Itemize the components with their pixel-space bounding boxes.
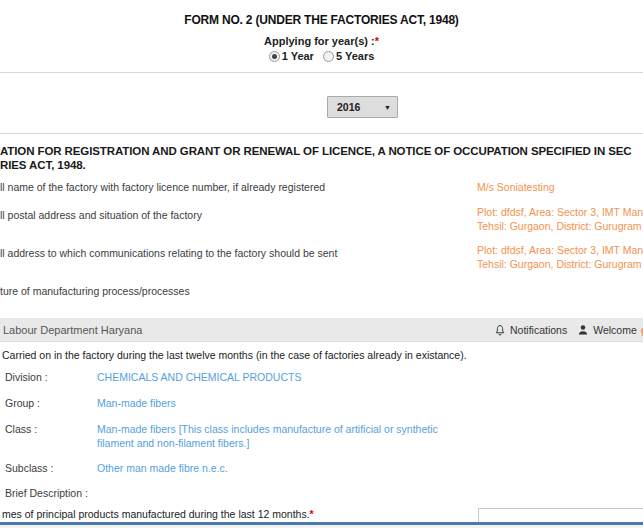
class-label: Class : xyxy=(5,423,37,435)
manufacturing-process-label: ture of manufacturing process/processes xyxy=(0,285,190,297)
navbar: Labour Department Haryana Notifications … xyxy=(0,318,643,342)
applying-label-text: Applying for year(s) : xyxy=(264,35,375,47)
radio-1-year-icon[interactable] xyxy=(269,51,280,62)
user-icon xyxy=(577,324,589,336)
radio-5-years-icon[interactable] xyxy=(323,51,334,62)
year-select[interactable]: 2016 ▼ xyxy=(327,96,398,118)
notice-heading-line2: RIES ACT, 1948. xyxy=(0,159,86,171)
required-asterisk: * xyxy=(375,35,379,47)
division-value[interactable]: CHEMICALS AND CHEMICAL PRODUCTS xyxy=(97,371,301,385)
chevron-down-icon: ▼ xyxy=(384,104,391,111)
navbar-right: Notifications Welcome gupt xyxy=(494,318,643,342)
postal-address-value: Plot: dfdsf, Area: Sector 3, IMT Mane Te… xyxy=(477,206,643,233)
radio-5-years-label: 5 Years xyxy=(336,50,374,62)
postal-address-value-line1: Plot: dfdsf, Area: Sector 3, IMT Mane xyxy=(477,206,643,220)
division-label: Division : xyxy=(5,371,48,383)
radio-option-1-year[interactable]: 1 Year xyxy=(269,50,314,62)
subclass-label: Subclass : xyxy=(5,462,53,474)
group-label: Group : xyxy=(5,397,40,409)
subclass-value[interactable]: Other man made fibre n.e.c. xyxy=(97,462,228,476)
postal-address-label: ll postal address and situation of the f… xyxy=(0,209,202,221)
form2-page: FORM NO. 2 (UNDER THE FACTORIES ACT, 194… xyxy=(0,0,643,528)
notice-heading-line1: ATION FOR REGISTRATION AND GRANT OR RENE… xyxy=(0,145,632,157)
required-asterisk-bottom: * xyxy=(310,508,314,520)
welcome-label: Welcome xyxy=(593,324,637,336)
radio-1-year-label: 1 Year xyxy=(282,50,314,62)
top-divider xyxy=(0,72,643,73)
communications-address-value-line2: Tehsil: Gurgaon, District: Gurugram xyxy=(477,258,643,272)
communications-address-value-line1: Plot: dfdsf, Area: Sector 3, IMT Mane xyxy=(477,244,643,258)
group-value[interactable]: Man-made fibers xyxy=(97,397,176,411)
page-title: FORM NO. 2 (UNDER THE FACTORIES ACT, 194… xyxy=(0,13,643,27)
carried-on-text: Carried on in the factory during the las… xyxy=(2,349,467,361)
bell-icon[interactable] xyxy=(494,324,506,337)
applying-for-years-label: Applying for year(s) :* xyxy=(0,35,643,47)
principal-products-label: mes of principal products manufactured d… xyxy=(2,508,314,520)
communications-address-label: ll address to which communications relat… xyxy=(0,247,337,259)
postal-address-value-line2: Tehsil: Gurgaon, District: Gurugram xyxy=(477,220,643,234)
principal-products-label-text: mes of principal products manufactured d… xyxy=(2,508,310,520)
class-value-line1: Man-made fibers [This class includes man… xyxy=(97,423,438,437)
communications-address-value: Plot: dfdsf, Area: Sector 3, IMT Mane Te… xyxy=(477,244,643,271)
year-select-value: 2016 xyxy=(337,101,360,113)
section-divider xyxy=(0,133,643,134)
year-duration-radio-group: 1 Year 5 Years xyxy=(0,50,643,64)
class-value[interactable]: Man-made fibers [This class includes man… xyxy=(97,423,438,450)
brief-description-label: Brief Description : xyxy=(5,487,88,499)
radio-option-5-years[interactable]: 5 Years xyxy=(323,50,374,62)
factory-name-value: M/s Soniatesting xyxy=(477,181,555,195)
notifications-link[interactable]: Notifications xyxy=(510,324,567,336)
factory-name-label: ll name of the factory with factory lice… xyxy=(0,181,325,193)
class-value-line2: filament and non-filament fibers.] xyxy=(97,437,438,451)
navbar-brand[interactable]: Labour Department Haryana xyxy=(0,324,142,336)
